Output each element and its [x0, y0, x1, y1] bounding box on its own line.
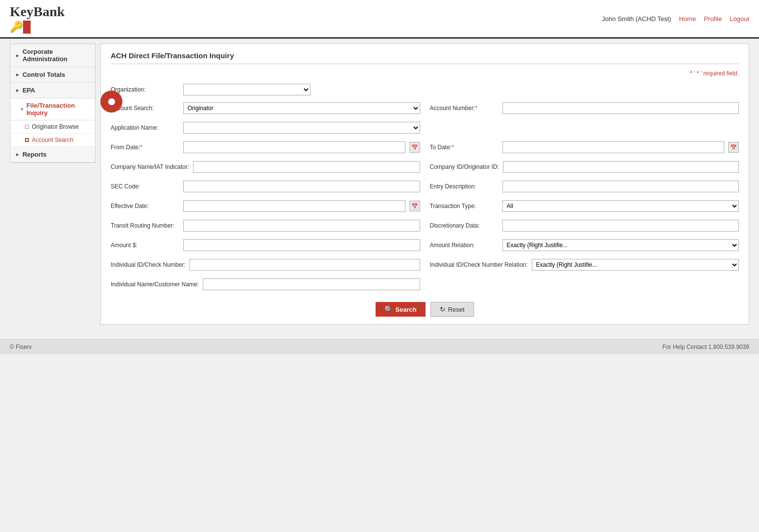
sidebar-item-control-totals[interactable]: ► Control Totals: [10, 67, 95, 83]
application-name-row: Application Name:: [111, 120, 420, 136]
search-button[interactable]: 🔍 Search: [376, 302, 425, 317]
company-id-label: Company ID/Originator ID:: [430, 163, 499, 170]
required-star: *: [690, 70, 694, 77]
sidebar-item-corporate-admin[interactable]: ► Corporate Administration: [10, 44, 95, 67]
transit-routing-row: Transit Routing Number:: [111, 218, 420, 233]
to-date-calendar-icon[interactable]: 📅: [728, 142, 739, 153]
individual-id-relation-row: Individual ID/Check Number Relation: Exa…: [430, 257, 739, 273]
effective-date-input[interactable]: [183, 200, 405, 212]
account-number-input[interactable]: [502, 102, 739, 114]
transit-routing-input[interactable]: [183, 220, 420, 231]
logo-text: KeyBank: [10, 4, 65, 20]
company-name-label: Company Name/IAT Indicator:: [111, 163, 189, 170]
sq-bullet-icon: [25, 125, 29, 129]
reset-button-label: Reset: [448, 306, 465, 313]
individual-id-label: Individual ID/Check Number:: [111, 261, 186, 268]
sidebar-item-epa[interactable]: ► EPA: [10, 83, 95, 98]
arrow-icon: ►: [15, 53, 20, 58]
arrow-icon: ►: [15, 152, 20, 157]
to-date-row: To Date: 📅: [430, 139, 739, 155]
entry-description-input[interactable]: [502, 181, 739, 192]
individual-name-row: Individual Name/Customer Name:: [111, 277, 420, 292]
required-note: * ' * ' required field.: [111, 70, 739, 77]
effective-date-calendar-icon[interactable]: 📅: [409, 201, 420, 211]
sidebar-item-reports[interactable]: ► Reports: [10, 147, 95, 162]
arrow-icon: ►: [15, 88, 20, 93]
organization-select[interactable]: [183, 84, 310, 95]
footer-copyright: © Fiserv: [10, 344, 32, 350]
nav-profile[interactable]: Profile: [704, 15, 722, 23]
sec-code-label: SEC Code:: [111, 183, 179, 190]
transaction-type-row: Transaction Type: All: [430, 198, 739, 214]
sidebar-label-file-transaction: File/Transaction Inquiry: [26, 102, 90, 116]
account-search-row: Account Search: Originator: [111, 100, 420, 116]
bullet-icon: ▼: [20, 107, 24, 112]
company-id-input[interactable]: [503, 161, 739, 173]
company-id-row: Company ID/Originator ID:: [430, 159, 739, 175]
account-search-select[interactable]: Originator: [183, 102, 420, 114]
amount-relation-select[interactable]: Exactly (Right Justifie...: [502, 239, 739, 251]
account-number-row: Account Number:: [430, 100, 739, 116]
sec-code-input[interactable]: [183, 181, 420, 192]
entry-description-row: Entry Description:: [430, 179, 739, 194]
from-date-calendar-icon[interactable]: 📅: [409, 142, 420, 153]
nav-logout[interactable]: Logout: [730, 15, 749, 23]
application-name-select[interactable]: [183, 122, 420, 134]
individual-name-input[interactable]: [203, 278, 420, 290]
individual-id-relation-select[interactable]: Exactly (Right Justifie...: [532, 259, 739, 271]
sidebar-item-originator-browse[interactable]: Originator Browse: [10, 120, 95, 134]
effective-date-row: Effective Date: 📅: [111, 198, 420, 214]
company-name-input[interactable]: [193, 161, 420, 173]
individual-id-input[interactable]: [190, 259, 420, 271]
empty-row-1: [430, 120, 739, 136]
from-date-label: From Date:: [111, 144, 179, 151]
footer-help: For Help Contact 1.800.539.9039: [663, 344, 749, 350]
entry-description-label: Entry Description:: [430, 183, 498, 190]
effective-date-label: Effective Date:: [111, 203, 179, 209]
sidebar-item-account-search[interactable]: Account Search: [10, 134, 95, 147]
account-number-label: Account Number:: [430, 105, 498, 112]
amount-row: Amount $:: [111, 237, 420, 253]
user-nav: John Smith (ACHD Test) Home Profile Logo…: [602, 15, 749, 23]
sidebar-label-epa: EPA: [23, 87, 35, 94]
amount-label: Amount $:: [111, 242, 179, 249]
user-indicator-inner: [108, 98, 115, 105]
logo-icon: 🔑█: [10, 21, 31, 33]
logo-area: KeyBank 🔑█: [10, 4, 65, 33]
header: KeyBank 🔑█ John Smith (ACHD Test) Home P…: [0, 0, 759, 39]
search-button-label: Search: [395, 306, 416, 313]
sec-code-row: SEC Code:: [111, 179, 420, 194]
content-area: ACH Direct File/Transaction Inquiry * ' …: [100, 44, 749, 324]
arrow-icon: ►: [15, 72, 20, 77]
from-date-input[interactable]: [183, 141, 405, 153]
to-date-input[interactable]: [502, 141, 725, 153]
sq-bullet-active-icon: [25, 138, 29, 142]
sidebar-label-account-search: Account Search: [32, 137, 73, 143]
reset-icon: ↻: [440, 305, 446, 313]
user-info: John Smith (ACHD Test): [602, 15, 671, 23]
company-name-row: Company Name/IAT Indicator:: [111, 159, 420, 175]
amount-relation-label: Amount Relation:: [430, 242, 498, 249]
sidebar-item-file-transaction[interactable]: ▼ File/Transaction Inquiry: [10, 98, 95, 120]
amount-relation-row: Amount Relation: Exactly (Right Justifie…: [430, 237, 739, 253]
amount-input[interactable]: [183, 239, 420, 251]
discretionary-data-input[interactable]: [502, 220, 739, 231]
search-icon: 🔍: [384, 305, 393, 313]
individual-id-row: Individual ID/Check Number:: [111, 257, 420, 273]
sidebar-label-reports: Reports: [23, 151, 47, 158]
individual-id-relation-label: Individual ID/Check Number Relation:: [430, 261, 528, 268]
form-grid: Account Search: Originator Account Numbe…: [111, 100, 739, 292]
footer: © Fiserv For Help Contact 1.800.539.9039: [0, 339, 759, 354]
transaction-type-select[interactable]: All: [502, 200, 739, 212]
nav-home[interactable]: Home: [679, 15, 696, 23]
sidebar-label-originator-browse: Originator Browse: [32, 123, 79, 130]
application-name-label: Application Name:: [111, 124, 179, 131]
main-layout: ► Corporate Administration ► Control Tot…: [0, 39, 759, 329]
transaction-type-label: Transaction Type:: [430, 203, 498, 209]
sidebar-label-control-totals: Control Totals: [23, 71, 65, 78]
to-date-label: To Date:: [430, 144, 498, 151]
reset-button[interactable]: ↻ Reset: [430, 302, 474, 317]
discretionary-data-row: Discretionary Data:: [430, 218, 739, 233]
organization-row: Organization:: [111, 82, 739, 97]
individual-name-label: Individual Name/Customer Name:: [111, 281, 199, 288]
